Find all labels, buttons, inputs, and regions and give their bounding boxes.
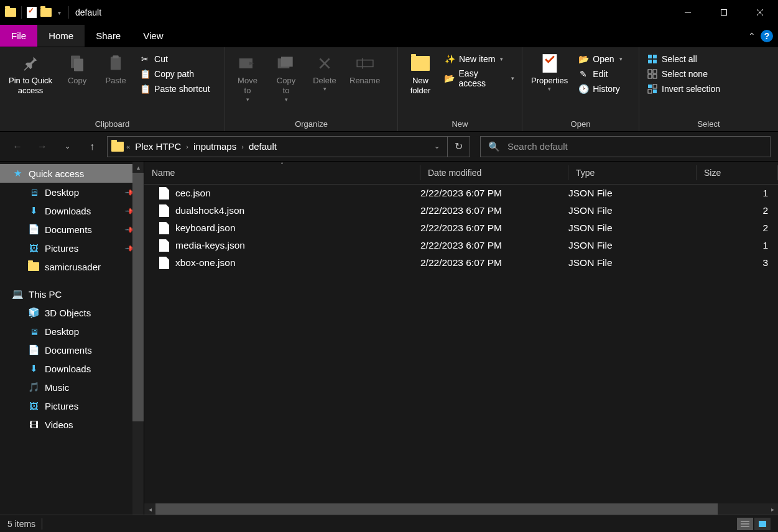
minimize-button[interactable]	[670, 0, 706, 25]
address-row: ← → ⌄ ↑ « Plex HTPC › inputmaps › defaul…	[0, 132, 778, 162]
sidebar-3d-objects[interactable]: 🧊3D Objects	[0, 303, 144, 322]
delete-button[interactable]: Delete▾	[307, 50, 342, 94]
maximize-button[interactable]	[706, 0, 742, 25]
paste-button[interactable]: Paste	[98, 50, 133, 88]
pin-quick-access-button[interactable]: Pin to Quick access	[5, 50, 56, 99]
up-button[interactable]: ↑	[82, 137, 102, 157]
status-bar: 5 items	[0, 515, 778, 532]
edit-button[interactable]: ✎Edit	[575, 67, 624, 81]
tab-share[interactable]: Share	[85, 25, 132, 47]
copy-icon	[66, 52, 88, 75]
svg-rect-7	[113, 55, 118, 58]
sidebar-scrollbar[interactable]: ▴	[132, 162, 144, 515]
sidebar-this-pc[interactable]: 💻This PC	[0, 285, 144, 303]
file-row[interactable]: xbox-one.json2/22/2023 6:07 PMJSON File3	[144, 254, 778, 272]
column-date[interactable]: Date modified	[420, 165, 568, 180]
select-all-icon	[647, 53, 658, 65]
sidebar-documents[interactable]: 📄Documents📌	[0, 220, 144, 239]
videos-icon: 🎞	[27, 418, 40, 431]
column-type[interactable]: Type	[568, 165, 697, 180]
thumbnails-view-button[interactable]	[754, 518, 771, 530]
file-row[interactable]: keyboard.json2/22/2023 6:07 PMJSON File2	[144, 219, 778, 237]
svg-rect-26	[648, 89, 652, 93]
delete-icon	[313, 52, 336, 75]
sidebar-pictures[interactable]: 🖼Pictures📌	[0, 239, 144, 257]
svg-rect-20	[648, 70, 652, 73]
pc-icon: 💻	[11, 288, 24, 300]
new-group-label: New	[403, 118, 517, 130]
file-type: JSON File	[568, 257, 697, 268]
sidebar-downloads-pc[interactable]: ⬇Downloads	[0, 359, 144, 378]
column-size[interactable]: Size	[697, 165, 778, 180]
file-row[interactable]: media-keys.json2/22/2023 6:07 PMJSON Fil…	[144, 237, 778, 254]
file-row[interactable]: cec.json2/22/2023 6:07 PMJSON File1	[144, 185, 778, 202]
folder-icon	[27, 260, 40, 273]
open-button[interactable]: 📂Open▾	[575, 52, 624, 66]
search-input[interactable]: 🔍 Search default	[480, 136, 771, 157]
pictures-icon: 🖼	[27, 400, 40, 412]
paste-shortcut-button[interactable]: 📋Paste shortcut	[137, 82, 213, 96]
sidebar-videos[interactable]: 🎞Videos	[0, 415, 144, 434]
copy-to-button[interactable]: Copy to▾	[269, 50, 303, 105]
qat-folder-icon[interactable]	[5, 8, 16, 17]
tab-file[interactable]: File	[0, 25, 37, 47]
forward-button[interactable]: →	[32, 137, 52, 157]
copy-path-button[interactable]: 📋Copy path	[137, 67, 213, 81]
breadcrumb-item[interactable]: default	[246, 141, 279, 152]
properties-button[interactable]: Properties▾	[527, 50, 572, 94]
svg-rect-19	[653, 60, 657, 63]
collapse-ribbon-icon[interactable]: ⌃	[748, 31, 756, 41]
paste-shortcut-icon: 📋	[139, 83, 151, 94]
select-all-button[interactable]: Select all	[644, 52, 723, 66]
downloads-icon: ⬇	[27, 362, 40, 375]
sidebar-documents-pc[interactable]: 📄Documents	[0, 341, 144, 359]
back-button[interactable]: ←	[7, 137, 27, 157]
qat-properties-icon[interactable]	[27, 7, 37, 18]
refresh-button[interactable]: ↻	[448, 136, 470, 157]
svg-rect-24	[648, 85, 652, 88]
sidebar-samicrusader[interactable]: samicrusader	[0, 257, 144, 276]
file-name: media-keys.json	[175, 240, 245, 251]
tab-view[interactable]: View	[132, 25, 174, 47]
file-name: keyboard.json	[175, 222, 236, 234]
history-button[interactable]: 🕑History	[575, 82, 624, 96]
copy-button[interactable]: Copy	[60, 50, 95, 88]
recent-dropdown[interactable]: ⌄	[57, 137, 77, 157]
column-name[interactable]: Name˄	[144, 165, 420, 180]
sidebar-quick-access[interactable]: ★Quick access	[0, 164, 144, 183]
rename-icon	[354, 52, 376, 75]
sidebar-pictures-pc[interactable]: 🖼Pictures	[0, 397, 144, 415]
new-folder-button[interactable]: New folder	[403, 50, 438, 99]
file-date: 2/22/2023 6:07 PM	[420, 205, 568, 216]
breadcrumb-item[interactable]: inputmaps	[191, 141, 239, 152]
open-icon: 📂	[578, 53, 589, 65]
clipboard-group-label: Clipboard	[5, 118, 220, 130]
invert-selection-button[interactable]: Invert selection	[644, 82, 723, 96]
documents-icon: 📄	[27, 344, 40, 356]
address-dropdown-icon[interactable]: ⌄	[430, 142, 443, 150]
details-view-button[interactable]	[737, 518, 753, 530]
select-none-button[interactable]: Select none	[644, 67, 723, 81]
sidebar-music[interactable]: 🎵Music	[0, 378, 144, 397]
qat-dropdown-icon[interactable]: ▾	[58, 9, 61, 16]
rename-button[interactable]: Rename	[346, 50, 384, 88]
svg-rect-1	[721, 10, 727, 16]
new-item-button[interactable]: ✨New item▾	[442, 52, 517, 66]
close-button[interactable]	[742, 0, 778, 25]
music-icon: 🎵	[27, 381, 40, 393]
file-row[interactable]: dualshock4.json2/22/2023 6:07 PMJSON Fil…	[144, 202, 778, 219]
move-to-button[interactable]: Move to▾	[230, 50, 265, 105]
svg-rect-18	[648, 60, 652, 63]
sidebar-desktop-pc[interactable]: 🖥Desktop	[0, 322, 144, 341]
help-button[interactable]: ?	[761, 30, 773, 42]
easy-access-button[interactable]: 📂Easy access▾	[442, 67, 517, 89]
tab-home[interactable]: Home	[37, 25, 85, 47]
breadcrumb-item[interactable]: Plex HTPC	[132, 141, 183, 152]
sidebar-downloads[interactable]: ⬇Downloads📌	[0, 201, 144, 220]
file-icon	[159, 187, 169, 200]
cut-button[interactable]: ✂Cut	[137, 52, 213, 66]
qat-open-icon[interactable]	[40, 8, 52, 17]
sidebar-desktop[interactable]: 🖥Desktop📌	[0, 183, 144, 201]
address-bar[interactable]: « Plex HTPC › inputmaps › default ⌄	[107, 136, 448, 157]
horizontal-scrollbar[interactable]: ◂▸	[144, 503, 778, 515]
